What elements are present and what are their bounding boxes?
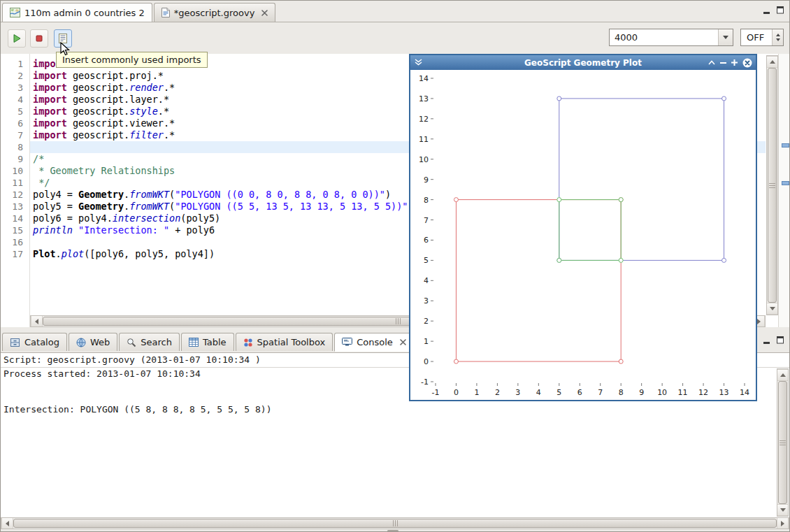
scroll-thumb[interactable] — [778, 381, 787, 504]
close-icon[interactable] — [400, 339, 406, 345]
overview-annotation[interactable] — [782, 143, 789, 148]
chevron-down-icon[interactable] — [718, 29, 733, 45]
tab-label: Catalog — [24, 337, 59, 347]
poly6-outline — [559, 200, 621, 261]
editor-view-controls — [763, 6, 784, 14]
plot-window-title: GeoScript Geometry Plot — [410, 58, 756, 68]
editor-toolbar: 4000 OFF — [1, 22, 789, 55]
plot-titlebar[interactable]: GeoScript Geometry Plot — [410, 55, 756, 70]
overview-annotation[interactable] — [782, 181, 789, 185]
collapse-icon[interactable] — [708, 60, 715, 65]
editor-vertical-scrollbar[interactable] — [766, 55, 778, 315]
y-tick-label: 11 — [419, 135, 429, 144]
poly6-vertex-marker — [557, 258, 561, 262]
scroll-track[interactable] — [13, 518, 777, 529]
line-number: 16 — [12, 236, 23, 248]
table-icon — [189, 338, 199, 347]
poly4-vertex-marker — [454, 198, 458, 202]
poly6-vertex-marker — [619, 198, 623, 202]
y-tick-label: 14 — [419, 74, 429, 83]
stop-icon — [34, 33, 45, 44]
line-number: 12 — [12, 189, 23, 201]
scroll-thumb[interactable] — [768, 68, 777, 303]
poly4-vertex-marker — [454, 359, 458, 364]
line-number: 7 — [17, 129, 23, 141]
poly5-vertex-marker — [722, 258, 726, 262]
minimize-icon[interactable] — [763, 6, 770, 14]
scroll-up-button[interactable] — [767, 56, 777, 68]
scroll-track[interactable] — [767, 68, 777, 303]
x-tick-label: -1 — [432, 388, 440, 397]
console-icon — [342, 338, 352, 347]
spatial-toolbox-icon — [243, 338, 253, 347]
scroll-track[interactable] — [777, 381, 788, 504]
off-toggle-value: OFF — [741, 29, 772, 45]
scroll-down-button[interactable] — [777, 504, 788, 516]
plot-canvas: -101234567891011121314-10123456789101112… — [410, 70, 756, 400]
line-number: 4 — [17, 94, 23, 106]
console-vertical-scrollbar[interactable] — [777, 368, 789, 517]
x-tick-label: 13 — [719, 388, 729, 397]
tab-web[interactable]: Web — [69, 333, 117, 351]
plot-canvas-wrap: -101234567891011121314-10123456789101112… — [410, 70, 756, 400]
minimize-window-icon[interactable] — [720, 59, 726, 66]
x-tick-label: 0 — [454, 388, 459, 397]
spinner-icon[interactable] — [772, 29, 783, 45]
editor-tab-110m-admin-0-countries-2[interactable]: 110m admin 0 countries 2 — [2, 3, 152, 22]
line-number: 17 — [12, 248, 23, 260]
maximize-icon[interactable] — [777, 6, 784, 14]
line-number: 2 — [17, 70, 23, 82]
y-tick-label: -1 — [421, 378, 429, 387]
scroll-right-button[interactable] — [777, 518, 789, 529]
geoscript-plot-window: GeoScript Geometry Plot -101234567891011… — [409, 54, 757, 401]
line-number: 9 — [17, 153, 23, 165]
y-tick-label: 9 — [424, 175, 429, 185]
script-file-icon — [161, 8, 170, 17]
x-tick-label: 5 — [556, 388, 561, 397]
run-button[interactable] — [8, 29, 26, 48]
tab-spatial-toolbox[interactable]: Spatial Toolbox — [236, 333, 333, 351]
scroll-up-button[interactable] — [777, 369, 788, 381]
line-number: 13 — [12, 201, 23, 213]
plot-window-buttons — [708, 55, 752, 70]
tab-catalog[interactable]: Catalog — [2, 333, 67, 351]
maximize-window-icon[interactable] — [731, 59, 738, 66]
scroll-thumb[interactable] — [13, 519, 777, 528]
y-tick-label: 4 — [424, 276, 429, 285]
tab-label: Spatial Toolbox — [257, 337, 326, 347]
scroll-left-button[interactable] — [1, 518, 13, 529]
bottom-view-controls — [763, 336, 784, 344]
maximize-icon[interactable] — [777, 336, 784, 344]
x-tick-label: 7 — [598, 388, 603, 397]
tab-table[interactable]: Table — [181, 333, 234, 351]
editor-tabbar: 110m admin 0 countries 2*geoscript.groov… — [1, 1, 789, 22]
y-tick-label: 1 — [424, 337, 429, 346]
x-tick-label: 3 — [515, 388, 520, 397]
minimize-icon[interactable] — [763, 336, 770, 344]
x-tick-label: 4 — [536, 388, 541, 397]
tooltip: Insert commonly used imports — [56, 52, 208, 68]
line-number: 8 — [17, 141, 23, 153]
close-window-icon[interactable] — [742, 58, 752, 68]
tab-console[interactable]: Console — [334, 333, 414, 352]
map-icon — [10, 8, 20, 17]
off-toggle[interactable]: OFF — [740, 29, 784, 46]
close-icon[interactable] — [261, 10, 268, 16]
scroll-left-button[interactable] — [31, 316, 43, 326]
console-horizontal-scrollbar[interactable] — [1, 517, 789, 529]
number-combo[interactable]: 4000 — [609, 29, 733, 46]
x-tick-label: 2 — [495, 388, 500, 397]
line-number: 10 — [12, 165, 23, 177]
app-window: 110m admin 0 countries 2*geoscript.groov… — [0, 0, 790, 532]
tab-search[interactable]: Search — [119, 333, 180, 351]
line-number: 6 — [17, 117, 23, 129]
poly6-vertex-marker — [557, 198, 561, 202]
y-tick-label: 8 — [424, 196, 429, 205]
editor-tab-geoscript-groovy[interactable]: *geoscript.groovy — [154, 3, 276, 22]
poly5-vertex-marker — [557, 96, 561, 101]
poly4-outline — [456, 200, 621, 361]
x-tick-label: 11 — [678, 388, 688, 397]
stop-button[interactable] — [30, 29, 48, 48]
scroll-down-button[interactable] — [767, 303, 777, 315]
y-tick-label: 5 — [424, 256, 429, 265]
